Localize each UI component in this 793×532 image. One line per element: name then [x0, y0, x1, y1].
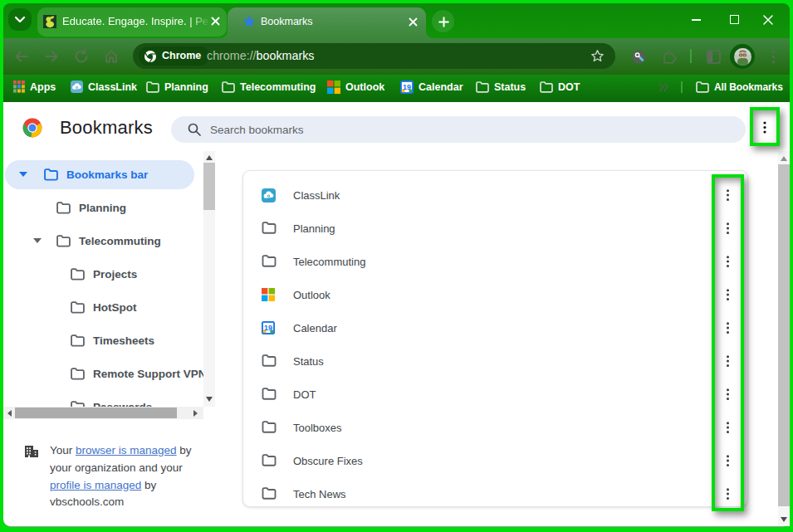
svg-text:19: 19 — [403, 83, 411, 91]
svg-text:19: 19 — [264, 324, 272, 332]
